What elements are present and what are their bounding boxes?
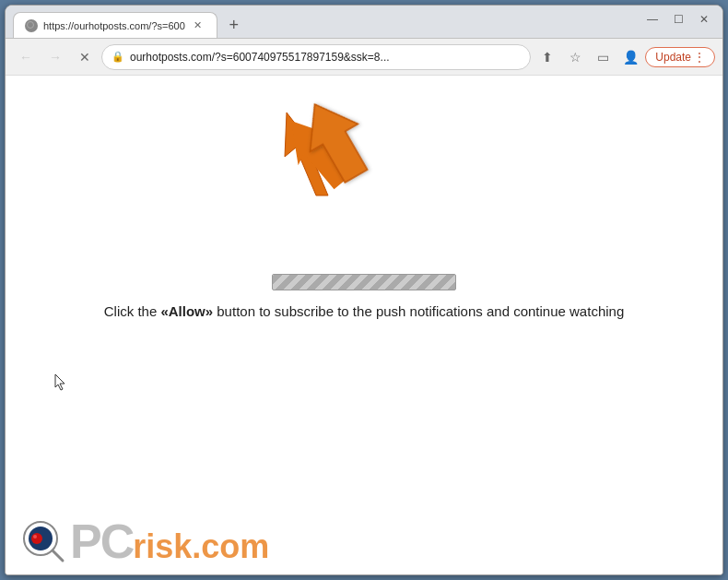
- share-icon: ⬆: [542, 50, 553, 65]
- instruction-before: Click the: [104, 303, 161, 319]
- pcrisk-badge: [20, 518, 66, 564]
- profile-button[interactable]: 👤: [617, 44, 643, 70]
- instruction-after: button to subscribe to the push notifica…: [213, 303, 624, 319]
- tab-area: https://ourhotposts.com/?s=600 ✕ +: [13, 12, 641, 38]
- magnifier-icon: [20, 518, 66, 564]
- svg-line-6: [53, 550, 63, 561]
- forward-icon: →: [49, 50, 62, 65]
- back-icon: ←: [19, 50, 32, 65]
- minimize-button[interactable]: —: [641, 8, 663, 30]
- svg-point-5: [33, 535, 37, 539]
- pointing-arrow: [291, 89, 383, 204]
- url-text: ourhotposts.com/?s=600740975517897159&ss…: [130, 51, 521, 64]
- split-view-button[interactable]: ▭: [590, 44, 616, 70]
- active-tab[interactable]: https://ourhotposts.com/?s=600 ✕: [13, 12, 217, 38]
- profile-icon: 👤: [623, 50, 639, 65]
- maximize-button[interactable]: ☐: [667, 8, 689, 30]
- forward-button[interactable]: →: [42, 44, 68, 70]
- navigation-bar: ← → ✕ 🔒 ourhotposts.com/?s=6007409755178…: [6, 39, 722, 76]
- update-button[interactable]: Update ⋮: [645, 47, 715, 67]
- pcrisk-logo: PC risk.com: [20, 517, 269, 565]
- new-tab-button[interactable]: +: [221, 12, 247, 38]
- close-button[interactable]: ✕: [693, 8, 715, 30]
- instruction-text: Click the «Allow» button to subscribe to…: [104, 302, 625, 321]
- svg-point-4: [31, 533, 42, 544]
- update-more-icon: ⋮: [694, 51, 705, 64]
- back-button[interactable]: ←: [13, 44, 39, 70]
- bookmark-button[interactable]: ☆: [562, 44, 588, 70]
- maximize-icon: ☐: [674, 13, 684, 26]
- share-button[interactable]: ⬆: [534, 44, 560, 70]
- reload-icon: ✕: [79, 50, 90, 65]
- browser-window: https://ourhotposts.com/?s=600 ✕ + — ☐ ✕…: [5, 5, 723, 575]
- lock-icon: 🔒: [112, 51, 124, 63]
- progress-section: Click the «Allow» button to subscribe to…: [104, 274, 625, 321]
- progress-bar: [272, 274, 456, 290]
- allow-text: «Allow»: [160, 303, 213, 319]
- footer-watermark: PC risk.com: [20, 517, 269, 565]
- tab-close-button[interactable]: ✕: [191, 18, 205, 33]
- reload-button[interactable]: ✕: [72, 44, 98, 70]
- mouse-cursor: [53, 373, 68, 395]
- content-area: Click the «Allow» button to subscribe to…: [6, 76, 722, 574]
- window-controls: — ☐ ✕: [641, 5, 715, 38]
- tab-title: https://ourhotposts.com/?s=600: [43, 20, 185, 31]
- minimize-icon: —: [647, 13, 658, 26]
- pc-letters: PC: [70, 517, 133, 565]
- split-icon: ▭: [597, 50, 609, 65]
- close-icon: ✕: [699, 13, 709, 26]
- risk-text: risk.com: [133, 530, 269, 563]
- nav-actions: ⬆ ☆ ▭ 👤 Update ⋮: [534, 44, 715, 70]
- title-bar: https://ourhotposts.com/?s=600 ✕ + — ☐ ✕: [6, 6, 722, 39]
- update-label: Update: [655, 51, 691, 64]
- address-bar[interactable]: 🔒 ourhotposts.com/?s=600740975517897159&…: [101, 44, 531, 70]
- bookmark-icon: ☆: [569, 50, 581, 65]
- tab-favicon: [25, 19, 38, 32]
- pcrisk-text-group: PC risk.com: [70, 517, 269, 565]
